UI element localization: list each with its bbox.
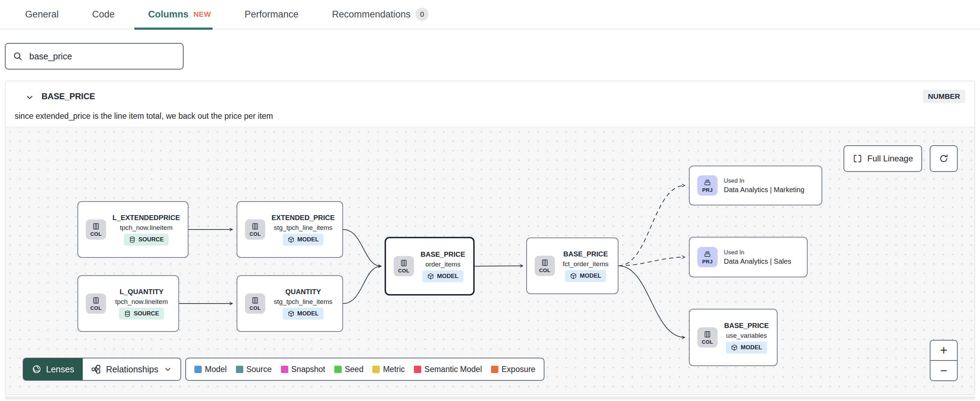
columns-icon (92, 297, 100, 304)
cube-icon (288, 236, 294, 243)
column-description: since extended_price is the line item to… (15, 112, 273, 121)
columns-icon (400, 259, 407, 267)
node-subtitle: tpch_now.lineitem (120, 224, 172, 232)
aperture-icon (32, 364, 41, 374)
model-badge: MODEL (726, 342, 767, 353)
chevron-down-icon (164, 365, 172, 374)
badge-label: MODEL (437, 273, 458, 280)
legend-swatch (414, 366, 421, 373)
tab-bar: General Code Columns NEW Performance Rec… (0, 0, 980, 29)
node-title: L_EXTENDEDPRICE (112, 214, 180, 222)
lineage-edges (6, 127, 974, 395)
tab-label: General (25, 9, 59, 20)
badge-label: MODEL (298, 236, 319, 243)
lineage-node-base-price-fct-order-items[interactable]: COL BASE_PRICE fct_order_items MODEL (526, 238, 619, 294)
chip-label: COL (702, 339, 713, 345)
project-chip: PRJ (697, 247, 718, 267)
node-title: Data Analytics | Marketing (724, 186, 805, 194)
legend-label: Exposure (501, 365, 535, 374)
node-subtitle: order_items (425, 260, 460, 268)
tab-label: Performance (245, 9, 299, 20)
legend-item-exposure: Exposure (491, 365, 535, 374)
column-chip: COL (535, 256, 555, 276)
legend-swatch (334, 366, 342, 373)
cube-icon (570, 272, 577, 280)
lineage-canvas[interactable]: COL L_EXTENDEDPRICE tpch_now.lineitem SO… (6, 127, 974, 395)
tab-columns[interactable]: Columns NEW (148, 0, 211, 29)
chip-label: PRJ (702, 259, 713, 264)
lineage-node-base-price-order-items[interactable]: COL BASE_PRICE order_items MODEL (385, 237, 475, 296)
chip-label: COL (398, 268, 410, 273)
relationships-icon (91, 364, 101, 374)
legend-label: Model (205, 365, 227, 374)
badge-label: MODEL (741, 344, 762, 351)
relationships-label: Relationships (106, 364, 158, 374)
node-title: BASE_PRICE (420, 251, 465, 259)
node-subtitle: fct_order_items (563, 260, 609, 268)
lenses-button[interactable]: Lenses (23, 358, 83, 380)
used-in-label: Used In (724, 177, 745, 184)
chip-label: COL (250, 231, 261, 237)
legend-item-seed: Seed (334, 365, 364, 374)
lineage-node-quantity[interactable]: COL QUANTITY stg_tpch_line_items MODEL (237, 275, 343, 332)
search-input[interactable] (29, 51, 176, 61)
tab-label: Code (92, 9, 115, 20)
node-title: QUANTITY (285, 288, 321, 296)
used-in-label: Used In (724, 249, 745, 256)
model-badge: MODEL (283, 308, 323, 320)
refresh-button[interactable] (930, 145, 958, 172)
node-subtitle: use_variables (726, 332, 767, 340)
tab-recommendations[interactable]: Recommendations 0 (332, 0, 429, 29)
column-chip: COL (86, 219, 106, 240)
columns-icon (251, 297, 259, 304)
node-subtitle: stg_tpch_line_items (274, 224, 332, 232)
column-chip: COL (86, 293, 106, 314)
column-chip: COL (394, 256, 414, 276)
relationships-dropdown[interactable]: Relationships (83, 358, 180, 380)
lineage-node-l-extendedprice[interactable]: COL L_EXTENDEDPRICE tpch_now.lineitem SO… (78, 201, 188, 258)
lineage-node-used-in-sales[interactable]: PRJ Used In Data Analytics | Sales (689, 237, 808, 277)
zoom-out-button[interactable]: − (931, 360, 957, 380)
lineage-node-used-in-marketing[interactable]: PRJ Used In Data Analytics | Marketing (689, 166, 822, 205)
tab-general[interactable]: General (25, 0, 59, 29)
recommendations-count-badge: 0 (415, 8, 429, 21)
column-chip: COL (245, 219, 265, 240)
legend-swatch (281, 366, 288, 373)
node-title: L_QUANTITY (120, 288, 164, 296)
lineage-node-extended-price[interactable]: COL EXTENDED_PRICE stg_tpch_line_items M… (237, 201, 343, 258)
lenses-label: Lenses (46, 364, 74, 374)
model-badge: MODEL (422, 270, 463, 282)
legend-swatch (491, 366, 498, 373)
tab-performance[interactable]: Performance (245, 0, 299, 29)
legend-swatch (372, 366, 380, 373)
node-title: BASE_PRICE (563, 250, 608, 258)
chip-label: COL (91, 231, 102, 237)
columns-icon (541, 259, 549, 267)
legend-swatch (194, 366, 202, 373)
badge-label: SOURCE (134, 310, 159, 317)
new-badge: NEW (193, 10, 211, 19)
refresh-icon (939, 153, 949, 164)
chevron-down-icon[interactable] (25, 93, 34, 102)
zoom-controls: + − (930, 340, 958, 381)
legend-label: Seed (345, 365, 364, 374)
zoom-in-button[interactable]: + (931, 340, 957, 360)
legend-item-snapshot: Snapshot (281, 365, 325, 374)
tab-label: Recommendations (332, 9, 410, 20)
column-name: BASE_PRICE (41, 91, 95, 101)
lineage-node-base-price-use-variables[interactable]: COL BASE_PRICE use_variables MODEL (689, 309, 778, 366)
node-title: BASE_PRICE (724, 322, 769, 330)
lineage-node-l-quantity[interactable]: COL L_QUANTITY tpch_now.lineitem SOURCE (78, 275, 179, 332)
node-title: Data Analytics | Sales (724, 257, 791, 265)
chip-label: COL (250, 305, 261, 311)
columns-icon (251, 222, 259, 230)
column-header: BASE_PRICE NUMBER since extended_price i… (6, 81, 974, 127)
chip-label: PRJ (702, 187, 713, 193)
full-lineage-button[interactable]: Full Lineage (843, 145, 922, 172)
chip-label: COL (91, 305, 102, 311)
cube-icon (288, 310, 294, 317)
search-icon (13, 51, 23, 61)
cube-icon (731, 344, 738, 351)
tab-code[interactable]: Code (92, 0, 115, 29)
expand-icon (853, 154, 862, 163)
